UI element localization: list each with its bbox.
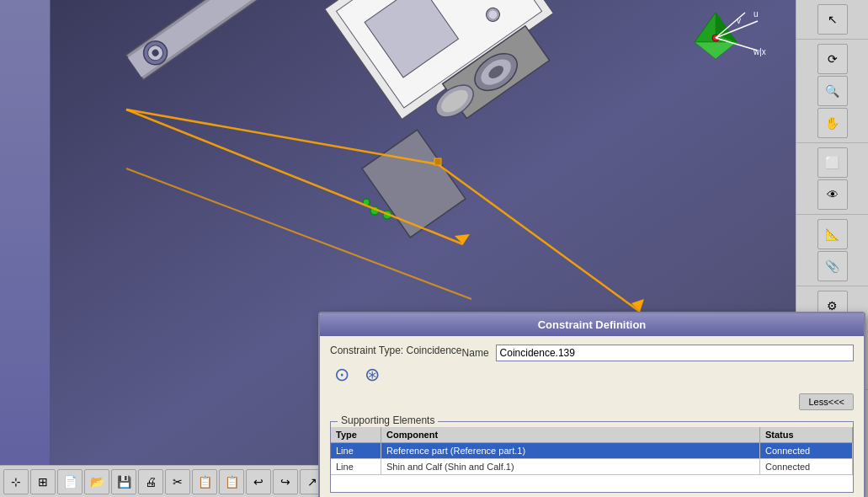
col-type-header: Type xyxy=(331,427,381,442)
col-status-header: Status xyxy=(760,427,853,442)
zoom-tool-btn[interactable]: 🔍 xyxy=(817,76,848,106)
rotate-tool-btn[interactable]: ⟳ xyxy=(817,44,848,74)
supporting-elements-legend: Supporting Elements xyxy=(338,414,438,426)
supporting-elements-group: Supporting Elements Type Component Statu… xyxy=(330,415,854,493)
constraint-link-icon: ⊛ xyxy=(360,363,384,387)
table-empty-space xyxy=(331,475,853,492)
row2-type: Line xyxy=(331,459,381,474)
name-label: Name xyxy=(462,347,489,359)
name-section: Name xyxy=(462,345,854,361)
view-btn[interactable]: 👁 xyxy=(817,179,848,210)
row2-component: Shin and Calf (Shin and Calf.1) xyxy=(381,459,760,474)
table-row[interactable]: Line Shin and Calf (Shin and Calf.1) Con… xyxy=(331,459,853,475)
dialog-title: Constraint Definition xyxy=(538,318,647,331)
svg-text:w|x: w|x xyxy=(753,47,766,56)
left-sidebar xyxy=(0,0,51,497)
constraint-definition-dialog: Constraint Definition Constraint Type: C… xyxy=(318,312,865,497)
toolbar-paste-btn[interactable]: 📋 xyxy=(219,469,244,494)
constraint-orbit-icon: ⊙ xyxy=(330,363,354,387)
toolbar-cut-btn[interactable]: ✂ xyxy=(165,469,190,494)
cursor-tool-btn[interactable]: ↖ xyxy=(817,4,848,35)
less-button[interactable]: Less<<< xyxy=(799,393,854,410)
row2-status: Connected xyxy=(760,459,853,474)
toolbar-copy-btn[interactable]: 📋 xyxy=(192,469,217,494)
measure-btn[interactable]: 📐 xyxy=(817,219,848,249)
attach-btn[interactable]: 📎 xyxy=(817,251,848,281)
constraint-type-label: Constraint Type: Coincidence xyxy=(330,345,462,356)
row1-component: Reference part (Reference part.1) xyxy=(381,443,760,458)
row1-type: Line xyxy=(331,443,381,458)
constraint-type-section: Constraint Type: Coincidence ⊙ ⊛ xyxy=(330,345,462,387)
table-row[interactable]: Line Reference part (Reference part.1) C… xyxy=(331,443,853,459)
toolbar-new-btn[interactable]: 📄 xyxy=(57,469,83,494)
svg-text:u: u xyxy=(754,9,759,19)
toolbar-open-btn[interactable]: 📂 xyxy=(84,469,109,494)
pan-tool-btn[interactable]: ✋ xyxy=(817,108,848,138)
name-input[interactable] xyxy=(496,345,854,361)
svg-rect-32 xyxy=(434,158,441,165)
toolbar-redo-btn[interactable]: ↪ xyxy=(273,469,298,494)
col-component-header: Component xyxy=(381,427,760,442)
toolbar-grid-btn[interactable]: ⊞ xyxy=(30,469,56,494)
table-header: Type Component Status xyxy=(331,427,853,443)
toolbar-print-btn[interactable]: 🖨 xyxy=(138,469,163,494)
toolbar-save-btn[interactable]: 💾 xyxy=(111,469,136,494)
dialog-titlebar: Constraint Definition xyxy=(320,313,864,336)
row1-status: Connected xyxy=(760,443,853,458)
toolbar-pointer-btn[interactable]: ⊹ xyxy=(3,469,29,494)
toolbar-undo-btn[interactable]: ↩ xyxy=(246,469,271,494)
select-box-btn[interactable]: ⬜ xyxy=(817,147,848,178)
